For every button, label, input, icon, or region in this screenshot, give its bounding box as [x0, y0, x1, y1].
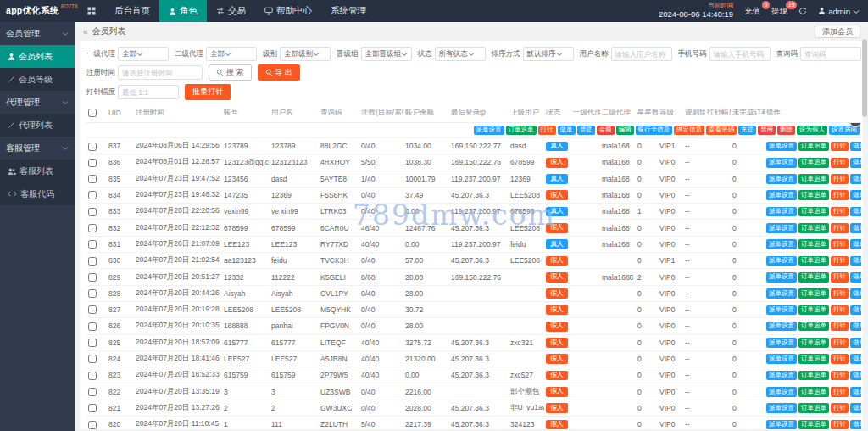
op-orange-button[interactable]: 打针 [831, 174, 849, 184]
op-blue-button[interactable]: 派单设置 [766, 142, 797, 152]
row-checkbox[interactable] [88, 305, 97, 314]
op-blue-button[interactable]: 做单 [850, 174, 861, 184]
row-checkbox[interactable] [88, 421, 97, 429]
op-green-button[interactable]: 订单追单 [798, 387, 829, 397]
filter-select[interactable]: 全部级别 [280, 47, 331, 61]
op-green-button[interactable]: 订单追单 [798, 371, 829, 381]
sidebar-item[interactable]: 代理列表 [0, 114, 75, 137]
op-green-button[interactable]: 订单追单 [798, 174, 829, 184]
op-blue-button[interactable]: 派单设置 [766, 371, 797, 381]
op-blue-button[interactable]: 做单 [850, 305, 861, 316]
row-checkbox[interactable] [88, 339, 97, 347]
op-blue-button[interactable]: 做单 [850, 387, 861, 397]
op-green-button[interactable]: 订单追单 [798, 403, 829, 413]
export-button[interactable]: 导 出 [258, 64, 301, 81]
op-orange-button[interactable]: 打针 [831, 403, 849, 413]
op-green-button[interactable]: 订单追单 [798, 420, 829, 429]
op-green-button[interactable]: 订单追单 [798, 338, 829, 348]
op-orange-button[interactable]: 打针 [831, 338, 849, 348]
action-red-button[interactable]: 删除 [777, 126, 795, 136]
op-blue-button[interactable]: 做单 [850, 371, 861, 381]
op-orange-button[interactable]: 打针 [831, 207, 849, 217]
op-orange-button[interactable]: 打针 [831, 223, 849, 233]
op-green-button[interactable]: 订单追单 [798, 190, 829, 200]
search-button[interactable]: 搜 索 [209, 64, 252, 81]
row-checkbox[interactable] [88, 322, 97, 331]
op-green-button[interactable]: 订单追单 [798, 354, 829, 364]
action-orange-button[interactable]: 绑定信息 [674, 126, 704, 136]
sidebar-item[interactable]: 会员等级 [0, 68, 75, 91]
action-red-button[interactable]: 金额 [597, 126, 615, 136]
op-blue-button[interactable]: 做单 [850, 239, 861, 249]
select-all-checkbox[interactable] [88, 109, 97, 117]
op-blue-button[interactable]: 派单设置 [766, 207, 797, 217]
filter-select[interactable]: 所有状态 [435, 47, 486, 61]
row-checkbox[interactable] [88, 372, 97, 380]
action-green-button[interactable]: 设为假人 [797, 126, 827, 136]
op-blue-button[interactable]: 派单设置 [766, 239, 797, 249]
action-blue-button[interactable]: 充提 [738, 126, 756, 136]
filter-input[interactable] [800, 47, 861, 61]
op-blue-button[interactable]: 做单 [850, 207, 861, 217]
op-blue-button[interactable]: 派单设置 [766, 272, 797, 283]
op-orange-button[interactable]: 打针 [831, 142, 849, 152]
op-blue-button[interactable]: 做单 [850, 322, 861, 332]
op-green-button[interactable]: 订单追单 [798, 158, 829, 168]
op-green-button[interactable]: 订单追单 [798, 272, 829, 283]
nav-item-5[interactable]: 系统管理 [321, 0, 376, 22]
action-red-button[interactable]: 禁用 [758, 126, 776, 136]
op-blue-button[interactable]: 派单设置 [766, 190, 797, 200]
row-checkbox[interactable] [88, 355, 97, 363]
add-member-button[interactable]: 添加会员 [815, 25, 860, 38]
nav-item-1[interactable]: 后台首页 [105, 0, 159, 22]
op-blue-button[interactable]: 做单 [850, 272, 861, 283]
op-blue-button[interactable]: 派单设置 [766, 256, 797, 266]
op-orange-button[interactable]: 打针 [831, 387, 849, 397]
op-green-button[interactable]: 订单追单 [798, 288, 829, 299]
op-orange-button[interactable]: 打针 [831, 305, 849, 316]
recharge-link[interactable]: 充值 0 [744, 6, 760, 17]
op-orange-button[interactable]: 打针 [831, 190, 849, 200]
op-blue-button[interactable]: 派单设置 [766, 305, 797, 316]
op-blue-button[interactable]: 派单设置 [766, 174, 797, 184]
action-blue-button[interactable]: 禁提 [577, 126, 595, 136]
row-checkbox[interactable] [88, 224, 97, 232]
op-blue-button[interactable]: 派单设置 [766, 158, 797, 168]
op-green-button[interactable]: 订单追单 [798, 142, 829, 152]
op-blue-button[interactable]: 做单 [850, 338, 861, 348]
sidebar-item[interactable]: 客服代码 [0, 182, 75, 205]
row-checkbox[interactable] [88, 240, 97, 249]
row-checkbox[interactable] [88, 388, 97, 396]
op-blue-button[interactable]: 做单 [850, 158, 861, 168]
sidebar-group-1[interactable]: 会员管理 [0, 22, 75, 45]
op-green-button[interactable]: 订单追单 [798, 207, 829, 217]
op-blue-button[interactable]: 派单设置 [766, 322, 797, 332]
op-blue-button[interactable]: 派单设置 [766, 354, 797, 364]
filter-input[interactable] [709, 47, 771, 61]
nav-item-3[interactable]: 交易 [207, 0, 255, 22]
op-orange-button[interactable]: 打针 [831, 272, 849, 283]
op-blue-button[interactable]: 做单 [850, 403, 861, 413]
op-blue-button[interactable]: 派单设置 [766, 387, 797, 397]
user-menu[interactable]: admin [818, 7, 860, 16]
row-checkbox[interactable] [88, 191, 97, 199]
op-orange-button[interactable]: 打针 [831, 322, 849, 332]
vertical-scrollbar[interactable] [862, 22, 867, 431]
op-green-button[interactable]: 订单追单 [798, 256, 829, 266]
amplitude-input[interactable] [118, 85, 179, 99]
op-blue-button[interactable]: 做单 [850, 190, 861, 200]
op-green-button[interactable]: 订单追单 [798, 239, 829, 249]
op-blue-button[interactable]: 派单设置 [766, 288, 797, 299]
action-blue-button[interactable]: 做单 [558, 126, 576, 136]
row-checkbox[interactable] [88, 208, 97, 216]
sidebar-group-3[interactable]: 客服管理 [0, 137, 75, 160]
op-orange-button[interactable]: 打针 [831, 158, 849, 168]
row-checkbox[interactable] [88, 273, 97, 282]
op-blue-button[interactable]: 派单设置 [766, 420, 797, 429]
register-time-input[interactable] [118, 65, 203, 80]
action-blue-button[interactable]: 派单设置 [474, 126, 504, 136]
op-blue-button[interactable]: 做单 [850, 223, 861, 233]
tab-member-list[interactable]: 会员列表 [92, 25, 126, 37]
sidebar-group-2[interactable]: 代理管理 [0, 91, 75, 114]
row-checkbox[interactable] [88, 289, 97, 298]
